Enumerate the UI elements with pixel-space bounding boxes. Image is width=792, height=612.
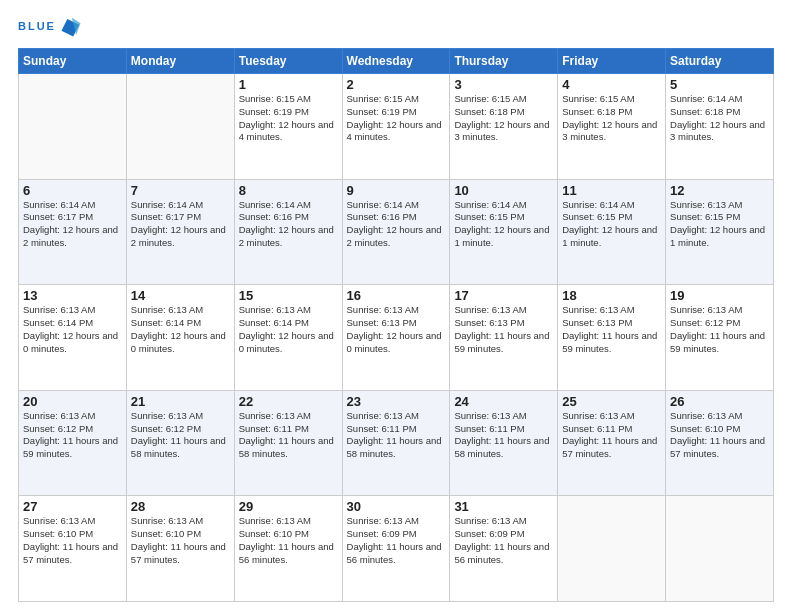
logo: BLUE [18,16,82,38]
day-cell: 17Sunrise: 6:13 AM Sunset: 6:13 PM Dayli… [450,285,558,391]
day-number: 18 [562,288,661,303]
day-cell: 11Sunrise: 6:14 AM Sunset: 6:15 PM Dayli… [558,179,666,285]
day-cell: 30Sunrise: 6:13 AM Sunset: 6:09 PM Dayli… [342,496,450,602]
page: BLUE SundayMondayTuesdayWednesdayThursda… [0,0,792,612]
weekday-header-thursday: Thursday [450,49,558,74]
day-cell: 9Sunrise: 6:14 AM Sunset: 6:16 PM Daylig… [342,179,450,285]
day-info: Sunrise: 6:13 AM Sunset: 6:12 PM Dayligh… [131,410,230,461]
day-cell: 7Sunrise: 6:14 AM Sunset: 6:17 PM Daylig… [126,179,234,285]
day-cell: 23Sunrise: 6:13 AM Sunset: 6:11 PM Dayli… [342,390,450,496]
day-info: Sunrise: 6:14 AM Sunset: 6:15 PM Dayligh… [562,199,661,250]
day-number: 25 [562,394,661,409]
day-number: 24 [454,394,553,409]
day-info: Sunrise: 6:15 AM Sunset: 6:18 PM Dayligh… [454,93,553,144]
day-number: 5 [670,77,769,92]
weekday-header-wednesday: Wednesday [342,49,450,74]
day-info: Sunrise: 6:13 AM Sunset: 6:14 PM Dayligh… [23,304,122,355]
day-cell: 13Sunrise: 6:13 AM Sunset: 6:14 PM Dayli… [19,285,127,391]
day-info: Sunrise: 6:13 AM Sunset: 6:13 PM Dayligh… [562,304,661,355]
day-info: Sunrise: 6:14 AM Sunset: 6:17 PM Dayligh… [131,199,230,250]
day-info: Sunrise: 6:15 AM Sunset: 6:18 PM Dayligh… [562,93,661,144]
weekday-header-tuesday: Tuesday [234,49,342,74]
day-info: Sunrise: 6:13 AM Sunset: 6:15 PM Dayligh… [670,199,769,250]
day-number: 3 [454,77,553,92]
day-info: Sunrise: 6:13 AM Sunset: 6:13 PM Dayligh… [347,304,446,355]
day-number: 20 [23,394,122,409]
day-number: 29 [239,499,338,514]
day-number: 16 [347,288,446,303]
day-info: Sunrise: 6:13 AM Sunset: 6:14 PM Dayligh… [131,304,230,355]
day-number: 28 [131,499,230,514]
day-info: Sunrise: 6:13 AM Sunset: 6:09 PM Dayligh… [347,515,446,566]
logo-tagline: BLUE [18,21,56,33]
day-info: Sunrise: 6:13 AM Sunset: 6:10 PM Dayligh… [670,410,769,461]
day-info: Sunrise: 6:13 AM Sunset: 6:14 PM Dayligh… [239,304,338,355]
day-cell [666,496,774,602]
day-number: 15 [239,288,338,303]
day-number: 14 [131,288,230,303]
day-number: 12 [670,183,769,198]
day-cell: 1Sunrise: 6:15 AM Sunset: 6:19 PM Daylig… [234,74,342,180]
day-info: Sunrise: 6:13 AM Sunset: 6:12 PM Dayligh… [23,410,122,461]
weekday-header-row: SundayMondayTuesdayWednesdayThursdayFrid… [19,49,774,74]
day-number: 7 [131,183,230,198]
day-cell: 27Sunrise: 6:13 AM Sunset: 6:10 PM Dayli… [19,496,127,602]
day-number: 27 [23,499,122,514]
day-cell: 19Sunrise: 6:13 AM Sunset: 6:12 PM Dayli… [666,285,774,391]
day-number: 10 [454,183,553,198]
week-row-5: 27Sunrise: 6:13 AM Sunset: 6:10 PM Dayli… [19,496,774,602]
week-row-3: 13Sunrise: 6:13 AM Sunset: 6:14 PM Dayli… [19,285,774,391]
day-info: Sunrise: 6:15 AM Sunset: 6:19 PM Dayligh… [347,93,446,144]
day-info: Sunrise: 6:13 AM Sunset: 6:11 PM Dayligh… [562,410,661,461]
weekday-header-friday: Friday [558,49,666,74]
day-cell [126,74,234,180]
day-cell: 28Sunrise: 6:13 AM Sunset: 6:10 PM Dayli… [126,496,234,602]
day-info: Sunrise: 6:14 AM Sunset: 6:16 PM Dayligh… [347,199,446,250]
day-number: 31 [454,499,553,514]
day-cell: 15Sunrise: 6:13 AM Sunset: 6:14 PM Dayli… [234,285,342,391]
day-info: Sunrise: 6:14 AM Sunset: 6:16 PM Dayligh… [239,199,338,250]
day-number: 6 [23,183,122,198]
day-info: Sunrise: 6:13 AM Sunset: 6:10 PM Dayligh… [239,515,338,566]
day-number: 26 [670,394,769,409]
day-cell: 4Sunrise: 6:15 AM Sunset: 6:18 PM Daylig… [558,74,666,180]
calendar-table: SundayMondayTuesdayWednesdayThursdayFrid… [18,48,774,602]
day-cell: 5Sunrise: 6:14 AM Sunset: 6:18 PM Daylig… [666,74,774,180]
day-cell: 22Sunrise: 6:13 AM Sunset: 6:11 PM Dayli… [234,390,342,496]
day-cell: 3Sunrise: 6:15 AM Sunset: 6:18 PM Daylig… [450,74,558,180]
day-cell: 18Sunrise: 6:13 AM Sunset: 6:13 PM Dayli… [558,285,666,391]
weekday-header-monday: Monday [126,49,234,74]
day-number: 21 [131,394,230,409]
day-number: 4 [562,77,661,92]
day-number: 1 [239,77,338,92]
day-info: Sunrise: 6:13 AM Sunset: 6:09 PM Dayligh… [454,515,553,566]
day-cell [558,496,666,602]
day-number: 30 [347,499,446,514]
day-number: 2 [347,77,446,92]
day-cell: 2Sunrise: 6:15 AM Sunset: 6:19 PM Daylig… [342,74,450,180]
day-cell: 14Sunrise: 6:13 AM Sunset: 6:14 PM Dayli… [126,285,234,391]
day-number: 11 [562,183,661,198]
day-info: Sunrise: 6:13 AM Sunset: 6:10 PM Dayligh… [23,515,122,566]
day-info: Sunrise: 6:14 AM Sunset: 6:18 PM Dayligh… [670,93,769,144]
day-number: 9 [347,183,446,198]
weekday-header-sunday: Sunday [19,49,127,74]
day-number: 13 [23,288,122,303]
week-row-1: 1Sunrise: 6:15 AM Sunset: 6:19 PM Daylig… [19,74,774,180]
day-cell: 10Sunrise: 6:14 AM Sunset: 6:15 PM Dayli… [450,179,558,285]
day-info: Sunrise: 6:13 AM Sunset: 6:11 PM Dayligh… [454,410,553,461]
day-cell: 21Sunrise: 6:13 AM Sunset: 6:12 PM Dayli… [126,390,234,496]
day-number: 19 [670,288,769,303]
weekday-header-saturday: Saturday [666,49,774,74]
day-number: 8 [239,183,338,198]
day-info: Sunrise: 6:13 AM Sunset: 6:10 PM Dayligh… [131,515,230,566]
week-row-2: 6Sunrise: 6:14 AM Sunset: 6:17 PM Daylig… [19,179,774,285]
day-cell: 29Sunrise: 6:13 AM Sunset: 6:10 PM Dayli… [234,496,342,602]
header: BLUE [18,16,774,38]
day-info: Sunrise: 6:14 AM Sunset: 6:15 PM Dayligh… [454,199,553,250]
week-row-4: 20Sunrise: 6:13 AM Sunset: 6:12 PM Dayli… [19,390,774,496]
day-cell: 6Sunrise: 6:14 AM Sunset: 6:17 PM Daylig… [19,179,127,285]
day-number: 23 [347,394,446,409]
day-info: Sunrise: 6:13 AM Sunset: 6:13 PM Dayligh… [454,304,553,355]
logo-icon [60,16,82,38]
